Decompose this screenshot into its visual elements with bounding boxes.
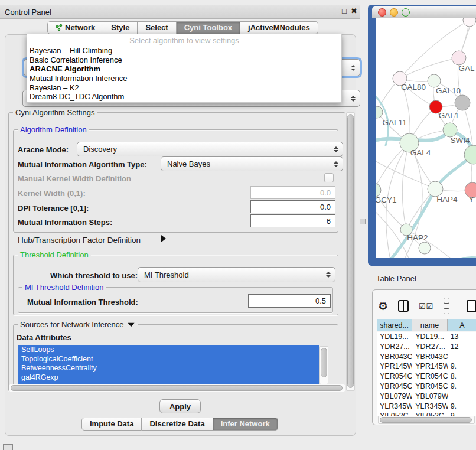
table-row[interactable]: YLR345WYLR345W9. [377, 402, 476, 412]
which-threshold-label: Which threshold to use: [50, 271, 138, 280]
settings-vertical-scrollbar[interactable] [346, 112, 355, 391]
network-view-canvas[interactable]: GALGAL80GAL10GAL1GAL11GAL4SWI4GCY1HAP4YH… [376, 18, 476, 258]
table-cell: 8. [448, 371, 476, 381]
table-row[interactable]: YDR27...YDR27...12 [377, 342, 476, 352]
kernel-width-value: 0.0 [320, 188, 331, 197]
data-attributes-list[interactable]: SelfLoopsTopologicalCoefficientBetweenne… [18, 345, 319, 384]
tab-label: jActiveMNodules [248, 22, 310, 34]
kernel-width-field[interactable]: 0.0 [250, 186, 335, 199]
tab-impute-data[interactable]: Impute Data [81, 418, 142, 431]
aracne-mode-value: Discovery [83, 145, 117, 154]
which-threshold-combobox[interactable]: MI Threshold [138, 267, 335, 282]
panel-divider-grip[interactable] [360, 219, 366, 224]
control-panel-title: Control Panel [5, 8, 51, 17]
network-node-label: SWI4 [450, 136, 470, 145]
network-icon [56, 24, 63, 31]
sources-legend-label: Sources for Network Inference [20, 320, 124, 329]
algorithm-option-mutual-information-inference[interactable]: Mutual Information Inference [27, 74, 341, 83]
table-cell: YLR345W [412, 402, 447, 412]
network-node-gal1[interactable] [443, 123, 457, 137]
table-row[interactable]: YBL079WYBL079W [377, 392, 476, 402]
table-cell: YIL052C [377, 411, 412, 416]
network-node[interactable] [463, 18, 476, 27]
tab-infer-network[interactable]: Infer Network [213, 418, 278, 431]
network-node-label: GAL10 [436, 86, 461, 95]
table-cell: 9. [448, 361, 476, 371]
data-attributes-label: Data Attributes [17, 333, 71, 342]
select-all-checkboxes-icon[interactable]: ☑☑ [419, 302, 433, 311]
table-cell: YDR27... [412, 342, 447, 352]
aracne-mode-combobox[interactable]: Discovery [77, 142, 343, 156]
table-horizontal-scrollbar[interactable] [378, 416, 475, 424]
table-row[interactable]: YER054CYER054C8. [377, 371, 476, 381]
table-row[interactable]: YBR043CYBR043C [377, 352, 476, 362]
data-attribute-betweennesscentrality[interactable]: BetweennessCentrality [18, 364, 319, 373]
export-table-file-icon[interactable] [467, 300, 476, 312]
tab-discretize-data[interactable]: Discretize Data [142, 418, 213, 431]
data-attribute-gal4rgexp[interactable]: gal4RGexp [18, 373, 319, 383]
algorithm-definition-legend: Algorithm Definition [18, 125, 89, 134]
tab-label: Discretize Data [149, 418, 204, 430]
tab-jactivemnodules[interactable]: jActiveMNodules [240, 21, 318, 34]
dropdown-prompt: Select algorithm to view settings [27, 34, 341, 46]
dpi-tolerance-field[interactable]: 0.0 [250, 200, 335, 213]
tab-network[interactable]: Network [47, 21, 103, 34]
apply-button[interactable]: Apply [159, 399, 201, 413]
split-columns-icon[interactable] [398, 300, 409, 312]
settings-horizontal-scrollbar[interactable] [9, 384, 345, 392]
algorithm-option-dream8-dc-tdc-algorithm[interactable]: Dream8 DC_TDC Algorithm [27, 92, 341, 102]
attributes-scrollbar[interactable] [319, 346, 328, 384]
network-node-gal[interactable] [452, 51, 466, 65]
manual-kernel-width-checkbox[interactable] [324, 173, 334, 182]
algorithm-dropdown-list: Select algorithm to view settings Bayesi… [27, 34, 342, 103]
table-row[interactable]: YPR145WYPR145W9. [377, 361, 476, 371]
manual-kernel-width-label: Manual Kernel Width Definition [18, 174, 131, 183]
network-node-gal11[interactable] [376, 106, 383, 118]
float-window-icon[interactable]: □ [342, 6, 347, 15]
network-node[interactable] [455, 95, 470, 110]
tab-label: Select [145, 22, 168, 34]
dpi-tolerance-value: 0.0 [320, 203, 331, 211]
tab-style[interactable]: Style [103, 21, 138, 34]
mi-steps-field[interactable]: 6 [250, 214, 335, 227]
network-node-gal10[interactable] [428, 74, 441, 87]
tab-label: Infer Network [221, 418, 270, 430]
hub-definition-expander-label[interactable]: Hub/Transcription Factor Definition [18, 236, 141, 244]
algorithm-option-bayesian-k2[interactable]: Bayesian – K2 [27, 83, 341, 93]
network-node-label: HAP2 [407, 233, 428, 242]
dock-panel-icon[interactable] [3, 444, 13, 450]
close-traffic-light-icon[interactable] [378, 8, 386, 17]
table-cell: YPR145W [377, 361, 412, 371]
network-node-label: GAL11 [382, 118, 406, 127]
combo-stepper-icon [351, 65, 356, 71]
mi-threshold-field[interactable]: 0.5 [248, 294, 331, 308]
mi-algorithm-type-combobox[interactable]: Naive Bayes [161, 156, 343, 171]
expander-arrow-icon[interactable] [161, 235, 166, 242]
algorithm-option-bayesian-hill-climbing[interactable]: Bayesian – Hill Climbing [27, 46, 341, 56]
table-row[interactable]: YIL052CYIL052C9 [377, 411, 476, 416]
table-row[interactable]: YDL19...YDL19...13 [377, 332, 476, 342]
tab-label: Network [65, 22, 95, 34]
close-window-icon[interactable]: ✖ [351, 6, 357, 15]
zoom-traffic-light-icon[interactable] [402, 8, 410, 17]
column-header-a[interactable]: A [448, 319, 476, 331]
mi-threshold-definition-legend: MI Threshold Definition [22, 283, 106, 292]
tab-label: Impute Data [90, 418, 133, 430]
combo-stepper-icon [326, 272, 331, 278]
algorithm-option-basic-correlation-inference[interactable]: Basic Correlation Inference [27, 56, 341, 65]
tab-cyni-toolbox[interactable]: Cyni Toolbox [177, 21, 240, 34]
minimize-traffic-light-icon[interactable] [390, 8, 398, 17]
tab-select[interactable]: Select [138, 21, 176, 34]
tab-label: Cyni Toolbox [184, 22, 232, 34]
table-row[interactable]: YBR045CYBR045C9. [377, 381, 476, 392]
network-node[interactable] [419, 242, 431, 254]
table-cell: YER054C [377, 371, 412, 381]
data-attribute-selfloops[interactable]: SelfLoops [18, 345, 319, 355]
deselect-all-checkboxes-icon[interactable] [444, 295, 457, 317]
data-attribute-topologicalcoefficient[interactable]: TopologicalCoefficient [18, 355, 319, 364]
collapse-arrow-icon[interactable] [128, 322, 134, 326]
column-header-shared[interactable]: shared... [377, 319, 412, 331]
algorithm-option-aracne-algorithm[interactable]: ARACNE Algorithm [27, 64, 341, 74]
column-header-name[interactable]: name [412, 319, 447, 331]
table-settings-gear-icon[interactable]: ⚙ [378, 301, 388, 312]
